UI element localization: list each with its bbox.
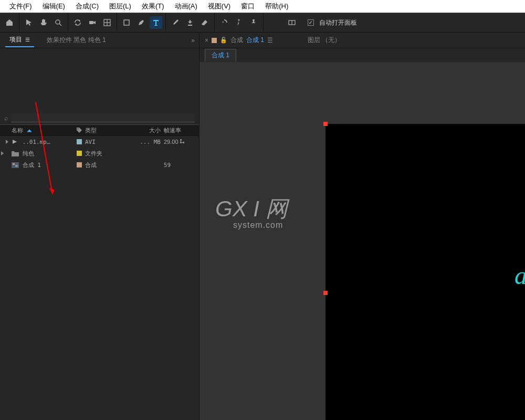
- menu-animation[interactable]: 动画(A): [170, 1, 203, 12]
- col-label-header[interactable]: [74, 127, 85, 133]
- roto-tool[interactable]: [218, 16, 230, 29]
- rect-tool[interactable]: [120, 16, 133, 29]
- menu-composition[interactable]: 合成(C): [70, 1, 104, 12]
- camera-tool[interactable]: [86, 16, 99, 29]
- brush-tool[interactable]: [169, 16, 182, 29]
- transform-handle[interactable]: [323, 122, 328, 126]
- svg-rect-18: [15, 165, 18, 167]
- panel-menu-icon[interactable]: ☰: [267, 37, 273, 44]
- twirl-icon[interactable]: [6, 140, 8, 144]
- svg-rect-13: [183, 142, 184, 143]
- project-panel: 项目 ☰ 效果控件 黑色 纯色 1 » ⌕ 名称 类型 大小 帧速率: [0, 33, 200, 420]
- svg-rect-2: [89, 21, 93, 24]
- project-item-row[interactable]: 纯色 文件夹: [0, 148, 199, 159]
- project-tab[interactable]: 项目 ☰: [5, 33, 34, 47]
- lock-icon[interactable]: 🔓: [220, 37, 227, 44]
- autopanel-label: 自动打开面板: [319, 18, 357, 27]
- comp-flowchart-tab[interactable]: 合成 1: [205, 49, 236, 61]
- comp-tab-name[interactable]: 合成 1: [246, 36, 264, 45]
- col-type-header: 类型: [85, 127, 135, 134]
- eraser-tool[interactable]: [198, 16, 211, 29]
- layer-tab-label[interactable]: 图层 （无）: [308, 36, 341, 45]
- composition-viewer[interactable]: a: [200, 62, 525, 420]
- selection-tool[interactable]: [23, 16, 35, 29]
- search-icon: ⌕: [4, 114, 8, 122]
- svg-rect-6: [124, 20, 129, 25]
- sort-indicator-icon: [26, 128, 32, 133]
- project-search-input[interactable]: [11, 113, 195, 122]
- folder-icon: [12, 151, 19, 156]
- type-tool[interactable]: [150, 16, 162, 29]
- svg-rect-11: [180, 139, 182, 141]
- transform-handle[interactable]: [323, 291, 328, 295]
- svg-rect-17: [13, 163, 15, 165]
- home-button[interactable]: [3, 16, 16, 29]
- fps-indicator-icon: [180, 139, 185, 144]
- panel-menu-button[interactable]: »: [191, 37, 195, 44]
- pen-tool[interactable]: [135, 16, 148, 29]
- project-items-list[interactable]: ..01.mp… AVI ... MB 29.00 纯色 文件夹 合成 1 合成…: [0, 136, 199, 171]
- label-swatch[interactable]: [77, 162, 82, 167]
- hand-tool[interactable]: [37, 16, 50, 29]
- col-fps-header: 帧速率: [164, 127, 191, 134]
- pin-tool[interactable]: [247, 16, 260, 29]
- snapping-toggle[interactable]: [286, 16, 298, 29]
- autopanel-checkbox[interactable]: ✓: [308, 19, 314, 26]
- comp-icon: [12, 162, 19, 168]
- label-swatch[interactable]: [77, 139, 82, 144]
- menu-bar: 文件(F) 编辑(E) 合成(C) 图层(L) 效果(T) 动画(A) 视图(V…: [0, 0, 525, 13]
- orbit-tool[interactable]: [71, 16, 84, 29]
- label-swatch[interactable]: [77, 151, 82, 156]
- effect-controls-tab[interactable]: 效果控件 黑色 纯色 1: [34, 34, 110, 47]
- clone-tool[interactable]: [184, 16, 196, 29]
- layer-color-swatch: [38, 38, 44, 43]
- menu-help[interactable]: 帮助(H): [260, 1, 293, 12]
- canvas-text-layer[interactable]: a: [514, 261, 525, 290]
- puppet-tool[interactable]: [233, 16, 245, 29]
- menu-file[interactable]: 文件(F): [4, 1, 37, 12]
- zoom-tool[interactable]: [52, 16, 65, 29]
- menu-edit[interactable]: 编辑(E): [37, 1, 70, 12]
- menu-window[interactable]: 窗口: [236, 1, 260, 12]
- project-item-row[interactable]: ..01.mp… AVI ... MB 29.00: [0, 136, 199, 148]
- menu-layer[interactable]: 图层(L): [104, 1, 136, 12]
- comp-swatch: [212, 38, 217, 43]
- project-columns-header[interactable]: 名称 类型 大小 帧速率: [0, 124, 199, 136]
- svg-line-1: [59, 24, 61, 26]
- svg-point-0: [56, 20, 60, 24]
- menu-effect[interactable]: 效果(T): [136, 1, 170, 12]
- twirl-icon[interactable]: [1, 151, 4, 155]
- composition-canvas[interactable]: a: [326, 124, 525, 420]
- project-preview-area: [0, 48, 199, 111]
- close-icon[interactable]: ×: [205, 37, 208, 44]
- project-item-row[interactable]: 合成 1 合成 59: [0, 159, 199, 171]
- comp-tab-prefix: 合成: [230, 36, 243, 45]
- watermark: GX I 网 system.com: [215, 194, 288, 230]
- menu-view[interactable]: 视图(V): [203, 1, 236, 12]
- svg-point-7: [238, 19, 240, 21]
- svg-point-10: [78, 129, 79, 130]
- pan-behind-tool[interactable]: [101, 16, 113, 29]
- col-size-header: 大小: [135, 127, 164, 134]
- toolbar: ✓ 自动打开面板: [0, 13, 525, 33]
- svg-rect-12: [180, 142, 182, 143]
- col-name-header: 名称: [12, 127, 23, 134]
